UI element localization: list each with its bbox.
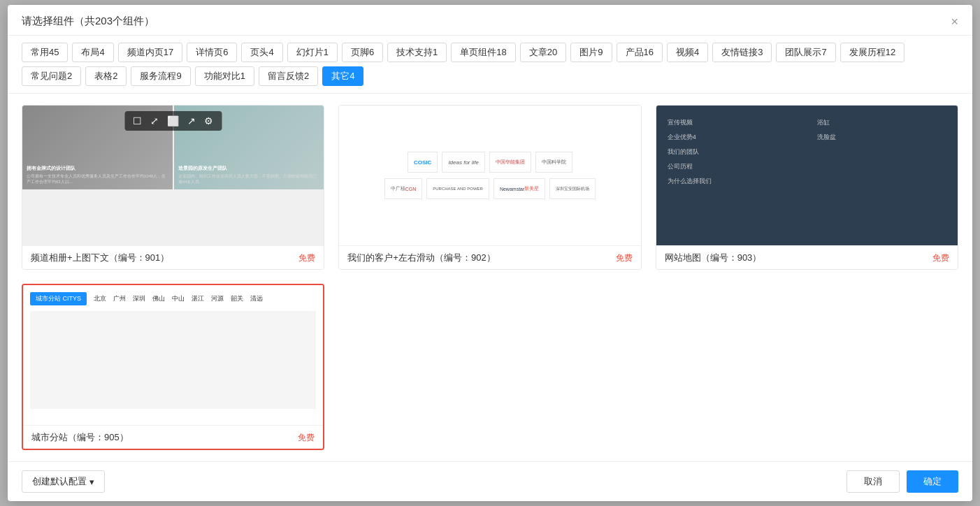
client-cgn: 中广核CGN bbox=[384, 178, 423, 199]
component-free-901: 免费 bbox=[298, 252, 315, 264]
filter-tag-single[interactable]: 单页组件18 bbox=[451, 43, 515, 62]
component-name-903: 网站地图（编号：903） bbox=[665, 252, 762, 264]
toolbar-expand-btn[interactable]: ⤢ bbox=[147, 114, 161, 128]
sitemap-col2: 浴缸 洗脸盆 bbox=[817, 117, 946, 187]
cancel-button[interactable]: 取消 bbox=[846, 470, 900, 493]
filter-tag-other[interactable]: 其它4 bbox=[322, 66, 363, 86]
default-config-button[interactable]: 创建默认配置 ▾ bbox=[22, 470, 105, 493]
sitemap-item-bathtub: 浴缸 bbox=[817, 117, 946, 129]
dialog-footer: 创建默认配置 ▾ 取消 确定 bbox=[8, 461, 972, 501]
sitemap-col1: 宣传视频 企业优势4 我们的团队 公司历程 为什么选择我们 bbox=[668, 117, 797, 187]
filter-tag-table[interactable]: 表格2 bbox=[85, 66, 127, 86]
component-card-905[interactable]: 城市分站 CITYS 北京 广州 深圳 佛山 中山 湛江 河源 韶关 清远 bbox=[22, 284, 324, 450]
city-tab-zhanjiang: 湛江 bbox=[192, 294, 204, 303]
city-content bbox=[30, 311, 316, 409]
filter-tag-product[interactable]: 产品16 bbox=[617, 43, 663, 62]
toolbar-copy-btn[interactable]: ⬜ bbox=[164, 114, 182, 128]
sitemap-item-why: 为什么选择我们 bbox=[668, 175, 797, 187]
filter-tag-channel[interactable]: 频道内页17 bbox=[118, 43, 182, 62]
preview-905: 城市分站 CITYS 北京 广州 深圳 佛山 中山 湛江 河源 韶关 清远 bbox=[23, 285, 323, 425]
city-tab-beijing: 北京 bbox=[94, 294, 106, 303]
city-tab-shaoguan: 韶关 bbox=[231, 294, 243, 303]
sitemap-item-team: 我们的团队 bbox=[668, 146, 797, 158]
component-name-901: 频道相册+上图下文（编号：901） bbox=[31, 252, 169, 264]
footer-left: 创建默认配置 ▾ bbox=[22, 470, 105, 493]
component-footer-905: 城市分站（编号：905） 免费 bbox=[23, 425, 323, 449]
filter-tag-support[interactable]: 技术支持1 bbox=[387, 43, 447, 62]
toolbar-select-btn[interactable]: ☐ bbox=[130, 114, 145, 128]
preview-902-row1: COSIC Ideas for life 中国华能集团 中国科学院 bbox=[408, 152, 572, 173]
dropdown-icon: ▾ bbox=[89, 477, 94, 487]
city-tab-active: 城市分站 CITYS bbox=[30, 292, 87, 305]
city-tab-guangzhou: 广州 bbox=[113, 294, 126, 303]
filter-tag-history[interactable]: 发展历程12 bbox=[840, 43, 905, 62]
filter-tag-feedback[interactable]: 留言反馈2 bbox=[259, 66, 318, 86]
dialog-header: 请选择组件（共203个组件） × bbox=[8, 5, 972, 36]
filter-bar: 常用45 布局4 频道内页17 详情页6 页头4 幻灯片1 页脚6 技术支持1 … bbox=[8, 36, 972, 94]
filter-tag-article[interactable]: 文章20 bbox=[520, 43, 566, 62]
filter-tag-links[interactable]: 友情链接3 bbox=[712, 43, 772, 62]
components-grid: ☐ ⤢ ⬜ ↗ ⚙ 拥有金牌式的设计团队 bbox=[8, 94, 972, 461]
filter-tag-faq[interactable]: 常见问题2 bbox=[22, 66, 81, 86]
component-footer-903: 网站地图（编号：903） 免费 bbox=[656, 245, 958, 270]
component-name-905: 城市分站（编号：905） bbox=[31, 431, 129, 444]
component-free-902: 免费 bbox=[616, 252, 633, 264]
preview-903: 宣传视频 企业优势4 我们的团队 公司历程 为什么选择我们 浴缸 洗脸盆 bbox=[656, 106, 958, 245]
client-cas: 中国科学院 bbox=[535, 152, 572, 173]
filter-tag-team[interactable]: 团队展示7 bbox=[776, 43, 835, 62]
component-card-902[interactable]: COSIC Ideas for life 中国华能集团 中国科学院 中广核CGN… bbox=[338, 105, 641, 270]
component-free-903: 免费 bbox=[932, 252, 949, 264]
city-tab-shenzhen: 深圳 bbox=[133, 294, 145, 303]
card-toolbar: ☐ ⤢ ⬜ ↗ ⚙ bbox=[124, 111, 222, 131]
filter-tag-detail[interactable]: 详情页6 bbox=[187, 43, 237, 62]
dialog-title: 请选择组件（共203个组件） bbox=[22, 15, 154, 28]
filter-tag-footer[interactable]: 页脚6 bbox=[342, 43, 383, 62]
filter-tag-layout[interactable]: 布局4 bbox=[72, 43, 113, 62]
preview-901-desc2: 企业园内、组织工作企业高管人员人数方面，不受缺图、只领轮输驾驶员已逾44名人员.… bbox=[178, 174, 320, 185]
filter-tag-video[interactable]: 视频4 bbox=[667, 43, 708, 62]
sitemap-item-basin: 洗脸盆 bbox=[817, 131, 946, 143]
filter-tag-common[interactable]: 常用45 bbox=[22, 43, 68, 62]
filter-tag-head[interactable]: 页头4 bbox=[241, 43, 282, 62]
city-tab-foshan: 佛山 bbox=[152, 294, 165, 303]
preview-901: ☐ ⤢ ⬜ ↗ ⚙ 拥有金牌式的设计团队 bbox=[22, 106, 324, 245]
dialog-body: ☐ ⤢ ⬜ ↗ ⚙ 拥有金牌式的设计团队 bbox=[8, 94, 972, 461]
client-cosic: COSIC bbox=[408, 152, 438, 173]
component-footer-902: 我们的客户+左右滑动（编号：902） 免费 bbox=[339, 245, 640, 270]
sitemap-item-video: 宣传视频 bbox=[668, 117, 797, 129]
toolbar-settings-btn[interactable]: ⚙ bbox=[201, 114, 216, 128]
component-select-dialog: 请选择组件（共203个组件） × 常用45 布局4 频道内页17 详情页6 页头… bbox=[8, 5, 972, 501]
component-card-903[interactable]: 宣传视频 企业优势4 我们的团队 公司历程 为什么选择我们 浴缸 洗脸盆 bbox=[656, 105, 958, 270]
sitemap-item-history: 公司历程 bbox=[668, 161, 797, 173]
component-card-901[interactable]: ☐ ⤢ ⬜ ↗ ⚙ 拥有金牌式的设计团队 bbox=[22, 105, 324, 270]
component-free-905: 免费 bbox=[298, 432, 315, 444]
client-china-huaneng: 中国华能集团 bbox=[489, 152, 531, 173]
filter-tag-service[interactable]: 服务流程9 bbox=[131, 66, 190, 86]
filter-tag-slider[interactable]: 幻灯片1 bbox=[287, 43, 338, 62]
component-name-902: 我们的客户+左右滑动（编号：902） bbox=[347, 252, 495, 264]
preview-901-desc1: 公司拥有一支技术专业人员和优秀服务人员及生产工作合作平均1040人，生产工作合理… bbox=[27, 174, 168, 185]
city-tab-qingyuan: 清远 bbox=[250, 294, 263, 303]
preview-902-row2: 中广核CGN PURCHASE AND POWER Newamstar新美星 深… bbox=[384, 178, 596, 199]
preview-901-title2: 造景园的原发生产团队 bbox=[178, 165, 320, 172]
filter-tag-compare[interactable]: 功能对比1 bbox=[195, 66, 254, 86]
footer-right: 取消 确定 bbox=[846, 470, 958, 493]
confirm-button[interactable]: 确定 bbox=[907, 470, 958, 493]
client-airport: 深圳宝安国际机场 bbox=[549, 178, 596, 199]
preview-901-title1: 拥有金牌式的设计团队 bbox=[27, 165, 168, 172]
close-button[interactable]: × bbox=[951, 15, 958, 28]
city-tab-heyuan: 河源 bbox=[211, 294, 224, 303]
client-ideas: Ideas for life bbox=[442, 152, 485, 173]
filter-tag-image[interactable]: 图片9 bbox=[570, 43, 612, 62]
preview-902: COSIC Ideas for life 中国华能集团 中国科学院 中广核CGN… bbox=[339, 106, 640, 245]
city-tab-zhongshan: 中山 bbox=[172, 294, 185, 303]
component-footer-901: 频道相册+上图下文（编号：901） 免费 bbox=[22, 245, 324, 270]
sitemap-item-advantage: 企业优势4 bbox=[668, 131, 797, 143]
client-newamstar: Newamstar新美星 bbox=[493, 178, 545, 199]
toolbar-export-btn[interactable]: ↗ bbox=[185, 114, 199, 128]
default-config-label: 创建默认配置 bbox=[32, 475, 87, 488]
client-pp: PURCHASE AND POWER bbox=[426, 178, 489, 199]
city-tabs: 城市分站 CITYS 北京 广州 深圳 佛山 中山 湛江 河源 韶关 清远 bbox=[30, 292, 316, 305]
